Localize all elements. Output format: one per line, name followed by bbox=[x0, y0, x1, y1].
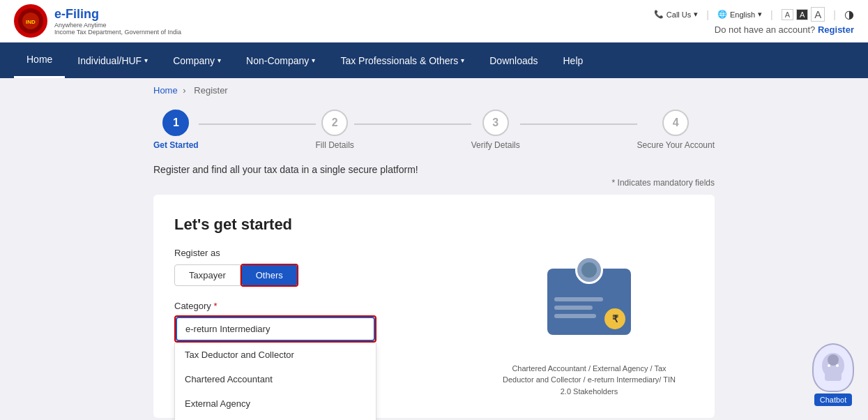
step-4-circle: 4 bbox=[662, 110, 689, 136]
dropdown-item-3[interactable]: TIN 2.0 Stakeholders bbox=[175, 416, 376, 420]
step-3-label: Verify Details bbox=[471, 140, 520, 150]
category-dropdown-wrapper: Tax Deductor and Collector Chartered Acc… bbox=[174, 315, 376, 343]
nav-bar: Home Individual/HUF ▾ Company ▾ Non-Comp… bbox=[0, 43, 868, 78]
nav-tax-professionals[interactable]: Tax Professionals & Others ▾ bbox=[328, 44, 477, 77]
nav-company[interactable]: Company ▾ bbox=[160, 44, 234, 77]
svg-point-6 bbox=[828, 364, 830, 367]
taxpayer-tab-button[interactable]: Taxpayer bbox=[174, 264, 241, 286]
separator-2: | bbox=[770, 9, 773, 20]
step-1: 1 Get Started bbox=[153, 110, 199, 150]
step-connector-2 bbox=[354, 123, 471, 125]
others-tab-button[interactable]: Others bbox=[242, 265, 297, 285]
step-2: 2 Fill Details bbox=[316, 110, 354, 150]
dropdown-item-0[interactable]: Tax Deductor and Collector bbox=[175, 343, 376, 367]
logo-area: IND e-Filing Anywhere Anytime Income Tax… bbox=[14, 4, 181, 38]
breadcrumb-current: Register bbox=[194, 85, 227, 96]
svg-point-7 bbox=[836, 364, 839, 367]
dropdown-item-1[interactable]: Chartered Accountant bbox=[175, 367, 376, 391]
illus-line-1 bbox=[554, 297, 603, 301]
contrast-button[interactable]: ◑ bbox=[844, 8, 854, 21]
card-left: Let's get started Register as Taxpayer O… bbox=[174, 216, 457, 397]
font-controls: A A A bbox=[782, 7, 825, 22]
breadcrumb-home[interactable]: Home bbox=[153, 85, 178, 96]
language-action[interactable]: 🌐 English ▾ bbox=[717, 10, 762, 19]
others-tab-wrapper: Others bbox=[241, 264, 298, 287]
svg-point-4 bbox=[828, 354, 839, 366]
step-4-label: Secure Your Account bbox=[637, 140, 715, 150]
step-3: 3 Verify Details bbox=[471, 110, 520, 150]
illus-avatar-inner bbox=[581, 262, 597, 278]
breadcrumb-separator: › bbox=[183, 85, 185, 96]
illus-card: ₹ bbox=[547, 269, 631, 335]
nav-company-arrow: ▾ bbox=[218, 57, 221, 64]
card-right: ₹ Chartered Accountant / External Agency… bbox=[485, 216, 694, 397]
logo-subtitle-2: Income Tax Department, Government of Ind… bbox=[54, 29, 181, 36]
font-large-button[interactable]: A bbox=[811, 7, 825, 22]
nav-individual-arrow: ▾ bbox=[144, 57, 148, 64]
chatbot-button[interactable]: Chatbot bbox=[812, 343, 854, 406]
language-arrow: ▾ bbox=[758, 10, 762, 19]
step-4: 4 Secure Your Account bbox=[637, 110, 715, 150]
main-content: 1 Get Started 2 Fill Details 3 Verify De… bbox=[0, 103, 868, 420]
svg-text:IND: IND bbox=[26, 19, 36, 25]
illus-line-2 bbox=[554, 306, 593, 310]
step-1-label: Get Started bbox=[153, 140, 199, 150]
card-title: Let's get started bbox=[174, 216, 457, 234]
steps-container: 1 Get Started 2 Fill Details 3 Verify De… bbox=[153, 110, 715, 150]
category-label: Category * bbox=[174, 301, 457, 311]
logo-subtitle-1: Anywhere Anytime bbox=[54, 22, 181, 29]
font-medium-button[interactable]: A bbox=[796, 9, 808, 20]
register-as-label: Register as bbox=[174, 248, 457, 258]
required-asterisk: * bbox=[213, 301, 217, 311]
font-small-button[interactable]: A bbox=[782, 9, 793, 20]
step-connector-1 bbox=[199, 123, 316, 125]
dropdown-item-2[interactable]: External Agency bbox=[175, 391, 376, 416]
logo-title: e-Filing bbox=[54, 7, 181, 22]
chatbot-label: Chatbot bbox=[814, 393, 853, 406]
illus-line-3 bbox=[554, 314, 596, 318]
nav-home[interactable]: Home bbox=[14, 43, 65, 78]
illus-avatar bbox=[575, 256, 603, 284]
step-connector-3 bbox=[520, 123, 637, 125]
language-label: English bbox=[730, 10, 755, 19]
mandatory-note: * Indicates mandatory fields bbox=[153, 178, 715, 188]
tagline: Register and find all your tax data in a… bbox=[153, 164, 715, 175]
step-2-label: Fill Details bbox=[316, 140, 354, 150]
nav-non-company-arrow: ▾ bbox=[312, 57, 315, 64]
illus-rupee: ₹ bbox=[604, 308, 625, 329]
svg-rect-5 bbox=[825, 370, 842, 381]
separator-3: | bbox=[833, 9, 836, 20]
illus-caption: Chartered Accountant / External Agency /… bbox=[502, 363, 676, 398]
category-dropdown-list: Tax Deductor and Collector Chartered Acc… bbox=[174, 343, 376, 420]
top-bar-actions: 📞 Call Us ▾ | 🌐 English ▾ | A A A | ◑ bbox=[654, 7, 854, 22]
call-us-arrow: ▾ bbox=[694, 10, 698, 19]
step-2-circle: 2 bbox=[321, 110, 348, 136]
no-account-text: Do not have an account? bbox=[715, 24, 816, 35]
top-bar-right: 📞 Call Us ▾ | 🌐 English ▾ | A A A | ◑ Do… bbox=[654, 7, 854, 35]
breadcrumb: Home › Register bbox=[0, 78, 868, 103]
nav-non-company[interactable]: Non-Company ▾ bbox=[234, 44, 328, 77]
register-link[interactable]: Register bbox=[818, 24, 854, 35]
phone-icon: 📞 bbox=[654, 10, 664, 19]
nav-individual-huf[interactable]: Individual/HUF ▾ bbox=[65, 44, 160, 77]
nav-downloads[interactable]: Downloads bbox=[477, 44, 550, 77]
call-us-action[interactable]: 📞 Call Us ▾ bbox=[654, 10, 698, 19]
globe-icon: 🌐 bbox=[717, 10, 727, 19]
separator-1: | bbox=[706, 9, 709, 20]
registration-card: Let's get started Register as Taxpayer O… bbox=[153, 195, 715, 418]
step-1-circle: 1 bbox=[162, 110, 189, 136]
category-input[interactable] bbox=[176, 317, 375, 341]
logo-emblem: IND bbox=[14, 4, 47, 38]
chatbot-avatar bbox=[812, 343, 854, 392]
top-bar: IND e-Filing Anywhere Anytime Income Tax… bbox=[0, 0, 868, 43]
logo-text: e-Filing Anywhere Anytime Income Tax Dep… bbox=[54, 7, 181, 36]
category-input-border bbox=[174, 315, 376, 343]
nav-help[interactable]: Help bbox=[551, 44, 596, 77]
step-3-circle: 3 bbox=[482, 110, 509, 136]
illustration: ₹ Chartered Accountant / External Agency… bbox=[502, 248, 676, 398]
nav-tax-professionals-arrow: ▾ bbox=[461, 57, 464, 64]
call-us-label: Call Us bbox=[667, 10, 691, 19]
account-bar: Do not have an account? Register bbox=[715, 24, 854, 35]
